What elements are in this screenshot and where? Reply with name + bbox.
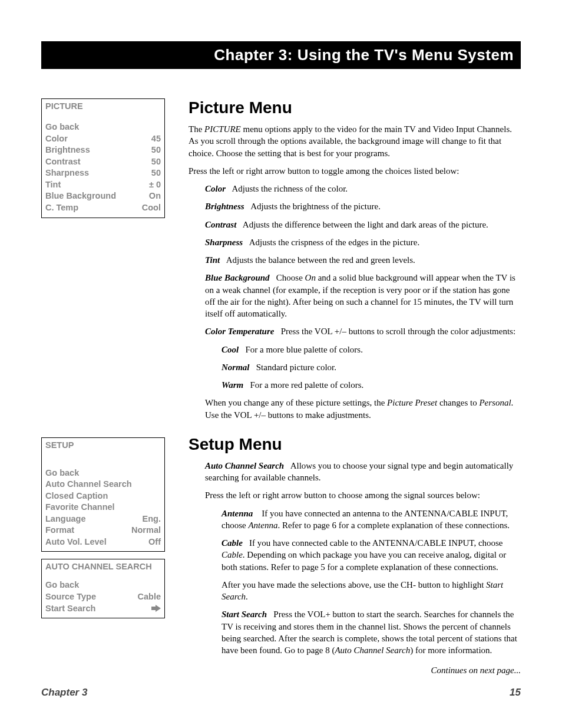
picture-press-instruction: Press the left or right arrow button to … bbox=[189, 165, 521, 177]
menu-row: LanguageEng. bbox=[45, 513, 161, 525]
def-start-search: Start Search Press the VOL+ button to st… bbox=[222, 608, 521, 656]
def-cool: Cool For a more blue palette of colors. bbox=[222, 344, 521, 355]
menu-row: Blue BackgroundOn bbox=[45, 190, 161, 202]
def-tint: Tint Adjusts the balance between the red… bbox=[205, 254, 521, 266]
picture-note: When you change any of these picture set… bbox=[205, 397, 521, 421]
footer-page-number: 15 bbox=[510, 687, 521, 699]
def-brightness: Brightness Adjusts the brightness of the… bbox=[205, 200, 521, 212]
menu-row: Contrast50 bbox=[45, 156, 161, 168]
def-antenna: Antenna If you have connected an antenna… bbox=[222, 508, 521, 532]
after-selections: After you have made the selections above… bbox=[222, 579, 521, 603]
chapter-banner: Chapter 3: Using the TV's Menu System bbox=[41, 41, 521, 69]
picture-menu-heading: Picture Menu bbox=[189, 98, 521, 117]
menu-title: AUTO CHANNEL SEARCH bbox=[45, 562, 161, 571]
picture-menu-box: PICTURE Go back Color45 Brightness50 Con… bbox=[41, 98, 165, 218]
page-footer: Chapter 3 15 bbox=[41, 687, 521, 699]
picture-intro: The PICTURE menu options apply to the vi… bbox=[189, 123, 521, 159]
def-color: Color Adjusts the richness of the color. bbox=[205, 183, 521, 195]
menu-title: SETUP bbox=[45, 440, 161, 450]
menu-row: Sharpness50 bbox=[45, 167, 161, 179]
footer-chapter: Chapter 3 bbox=[41, 687, 87, 699]
def-auto-channel-search: Auto Channel Search Allows you to choose… bbox=[205, 460, 521, 484]
menu-row: Source TypeCable bbox=[45, 591, 161, 603]
def-normal: Normal Standard picture color. bbox=[222, 361, 521, 373]
menu-go-back: Go back bbox=[45, 467, 161, 479]
menu-go-back: Go back bbox=[45, 121, 161, 133]
menu-go-back: Go back bbox=[45, 579, 161, 591]
def-contrast: Contrast Adjusts the difference between … bbox=[205, 219, 521, 230]
page-body: PICTURE Go back Color45 Brightness50 Con… bbox=[41, 98, 521, 676]
menu-row: Auto Vol. LevelOff bbox=[45, 536, 161, 548]
def-cable: Cable If you have connected cable to the… bbox=[222, 537, 521, 573]
continues-note: Continues on next page... bbox=[189, 666, 521, 676]
setup-menu-heading: Setup Menu bbox=[189, 435, 521, 454]
def-warm: Warm For a more red palette of colors. bbox=[222, 379, 521, 391]
menu-row: Favorite Channel bbox=[45, 502, 161, 513]
menu-row: Start Search bbox=[45, 603, 161, 615]
arrow-right-icon bbox=[151, 603, 161, 615]
setup-press-instruction: Press the left or right arrow button to … bbox=[205, 489, 521, 501]
sidebar: PICTURE Go back Color45 Brightness50 Con… bbox=[41, 98, 165, 676]
menu-row: Color45 bbox=[45, 133, 161, 145]
def-sharpness: Sharpness Adjusts the crispness of the e… bbox=[205, 236, 521, 248]
auto-channel-menu-box: AUTO CHANNEL SEARCH Go back Source TypeC… bbox=[41, 559, 165, 618]
menu-row: FormatNormal bbox=[45, 525, 161, 536]
menu-title: PICTURE bbox=[45, 101, 161, 111]
menu-row: Brightness50 bbox=[45, 144, 161, 156]
def-color-temperature: Color Temperature Press the VOL +/– butt… bbox=[205, 325, 521, 337]
menu-row: C. TempCool bbox=[45, 202, 161, 214]
setup-menu-box: SETUP Go back Auto Channel Search Closed… bbox=[41, 437, 165, 552]
menu-row: Tint± 0 bbox=[45, 179, 161, 191]
main-content: Picture Menu The PICTURE menu options ap… bbox=[189, 98, 521, 676]
menu-row: Auto Channel Search bbox=[45, 479, 161, 490]
def-blue-background: Blue Background Choose On and a solid bl… bbox=[205, 272, 521, 319]
menu-row: Closed Caption bbox=[45, 490, 161, 502]
